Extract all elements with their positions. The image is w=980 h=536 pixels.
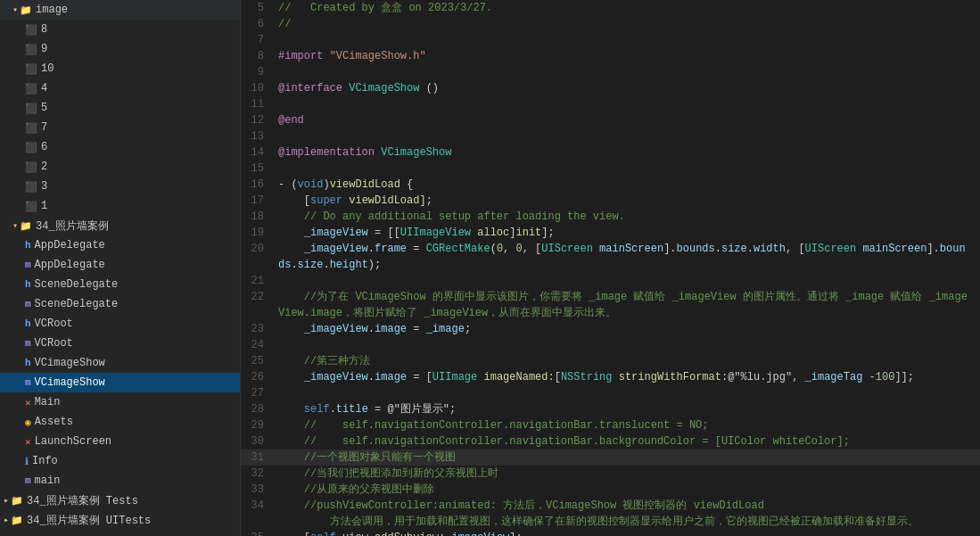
line-number: 35 bbox=[241, 530, 278, 536]
line-number: 26 bbox=[241, 369, 278, 385]
code-line: 22 //为了在 VCimageShow 的界面中显示该图片，你需要将 _ima… bbox=[241, 289, 980, 321]
line-number: 20 bbox=[241, 241, 278, 257]
code-line: 7 bbox=[241, 32, 980, 48]
line-number: 25 bbox=[241, 353, 278, 369]
line-number: 16 bbox=[241, 177, 278, 193]
sidebar-item-SceneDelegate-h[interactable]: hSceneDelegate bbox=[0, 275, 240, 294]
line-content: _imageView.frame = CGRectMake(0, 0, [UIS… bbox=[278, 241, 980, 273]
line-content: @interface VCimageShow () bbox=[278, 80, 980, 96]
sidebar-item-Info[interactable]: ℹInfo bbox=[0, 451, 240, 471]
sidebar-item-group-34[interactable]: ▾📁34_照片墙案例 bbox=[0, 216, 240, 235]
sidebar-item-label: 4 bbox=[41, 82, 47, 95]
sidebar-item-VCRoot-m[interactable]: mVCRoot bbox=[0, 334, 240, 353]
sidebar-item-img-7[interactable]: ⬛7 bbox=[0, 118, 240, 137]
line-number: 7 bbox=[241, 32, 278, 48]
sidebar-item-main-c[interactable]: mmain bbox=[0, 471, 240, 491]
line-content: //pushViewController:animated: 方法后，VCima… bbox=[278, 498, 980, 530]
sidebar-item-AppDelegate-h[interactable]: hAppDelegate bbox=[0, 235, 240, 255]
line-number: 28 bbox=[241, 401, 278, 417]
sidebar-item-label: VCimageShow bbox=[35, 357, 105, 369]
sidebar-item-img-1[interactable]: ⬛1 bbox=[0, 196, 240, 216]
line-number: 30 bbox=[241, 433, 278, 449]
sidebar-item-img-3[interactable]: ⬛3 bbox=[0, 177, 240, 196]
sidebar-item-img-5[interactable]: ⬛5 bbox=[0, 98, 240, 118]
line-number: 5 bbox=[241, 0, 278, 16]
line-content: @implementation VCimageShow bbox=[278, 144, 980, 161]
line-number: 6 bbox=[241, 16, 278, 32]
code-line: 28 self.title = @"图片显示"; bbox=[241, 401, 980, 417]
sidebar-item-label: 34_照片墙案例 Tests bbox=[27, 493, 138, 508]
line-content: _imageView.image = _image; bbox=[278, 321, 980, 337]
sidebar-item-label: AppDelegate bbox=[35, 239, 105, 252]
sidebar-item-label: image bbox=[36, 4, 68, 16]
sidebar-item-img-4[interactable]: ⬛4 bbox=[0, 78, 240, 98]
sidebar-item-img-2[interactable]: ⬛2 bbox=[0, 157, 240, 177]
line-content: //从原来的父亲视图中删除 bbox=[278, 482, 980, 498]
line-content: // self.navigationController.navigationB… bbox=[278, 417, 980, 433]
image-icon: ⬛ bbox=[25, 44, 37, 55]
line-number: 23 bbox=[241, 321, 278, 337]
code-line: 14@implementation VCimageShow bbox=[241, 144, 980, 161]
line-content: _imageView = [[UIImageView alloc]init]; bbox=[278, 225, 980, 241]
sidebar-item-VCRoot-h[interactable]: hVCRoot bbox=[0, 314, 240, 334]
sidebar-item-img-6[interactable]: ⬛6 bbox=[0, 137, 240, 157]
line-number: 14 bbox=[241, 144, 278, 161]
chevron-icon: ▾ bbox=[12, 4, 18, 15]
sidebar-item-AppDelegate-m[interactable]: mAppDelegate bbox=[0, 255, 240, 275]
code-line: 33 //从原来的父亲视图中删除 bbox=[241, 482, 980, 498]
sidebar-item-LaunchScreen[interactable]: ✕LaunchScreen bbox=[0, 432, 240, 451]
sidebar-item-img-10[interactable]: ⬛10 bbox=[0, 59, 240, 78]
sidebar-item-label: 7 bbox=[41, 121, 47, 134]
m-file-icon: m bbox=[25, 299, 31, 309]
sidebar-item-img-8[interactable]: ⬛8 bbox=[0, 20, 240, 39]
sidebar-item-Main[interactable]: ✕Main bbox=[0, 392, 240, 412]
line-content: // Do any additional setup after loading… bbox=[278, 209, 980, 225]
sidebar-item-label: VCimageShow bbox=[35, 376, 105, 389]
line-content: #import "VCimageShow.h" bbox=[278, 48, 980, 64]
h-file-icon: h bbox=[25, 240, 31, 251]
line-number: 21 bbox=[241, 273, 278, 289]
sidebar-item-label: 1 bbox=[41, 200, 47, 212]
sidebar-item-group-34-uitests[interactable]: ▸📁34_照片墙案例 UITests bbox=[0, 510, 240, 530]
chevron-icon: ▸ bbox=[4, 515, 9, 525]
folder-icon: 📁 bbox=[11, 515, 23, 526]
line-content: [self.view addSubview:_imageView]; bbox=[278, 530, 980, 536]
line-content: //当我们把视图添加到新的父亲视图上时 bbox=[278, 466, 980, 482]
code-line: 32 //当我们把视图添加到新的父亲视图上时 bbox=[241, 466, 980, 482]
m-file-icon: m bbox=[25, 338, 31, 349]
x-file-icon: ✕ bbox=[25, 397, 31, 408]
m-file-icon: m bbox=[25, 260, 31, 270]
line-content: - (void)viewDidLoad { bbox=[278, 177, 980, 193]
sidebar-item-label: Assets bbox=[35, 416, 73, 428]
line-number: 11 bbox=[241, 96, 278, 112]
code-line: 23 _imageView.image = _image; bbox=[241, 321, 980, 337]
sidebar-item-img-9[interactable]: ⬛9 bbox=[0, 39, 240, 59]
image-icon: ⬛ bbox=[25, 63, 37, 75]
sidebar-item-group-34-tests[interactable]: ▸📁34_照片墙案例 Tests bbox=[0, 491, 240, 510]
image-icon: ⬛ bbox=[25, 161, 37, 173]
sidebar-item-image-group[interactable]: ▾📁image bbox=[0, 0, 240, 20]
code-line: 29 // self.navigationController.navigati… bbox=[241, 417, 980, 433]
sidebar-item-VCimageShow-h[interactable]: hVCimageShow bbox=[0, 353, 240, 373]
h-file-icon: h bbox=[25, 279, 31, 290]
line-number: 9 bbox=[241, 64, 278, 80]
sidebar-item-label: VCRoot bbox=[35, 337, 73, 350]
code-line: 18 // Do any additional setup after load… bbox=[241, 209, 980, 225]
sidebar-item-VCimageShow-m[interactable]: mVCimageShow bbox=[0, 373, 240, 392]
file-tree[interactable]: ▾📁image⬛8⬛9⬛10⬛4⬛5⬛7⬛6⬛2⬛3⬛1▾📁34_照片墙案例hA… bbox=[0, 0, 241, 536]
line-number: 29 bbox=[241, 417, 278, 433]
line-number: 32 bbox=[241, 466, 278, 482]
line-number: 12 bbox=[241, 112, 278, 128]
line-number: 24 bbox=[241, 337, 278, 353]
code-line: 16- (void)viewDidLoad { bbox=[241, 177, 980, 193]
line-content: [super viewDidLoad]; bbox=[278, 193, 980, 209]
sidebar-item-label: SceneDelegate bbox=[35, 278, 119, 291]
code-editor[interactable]: 5// Created by 盒盒 on 2023/3/27.6//78#imp… bbox=[241, 0, 980, 536]
sidebar-item-SceneDelegate-m[interactable]: mSceneDelegate bbox=[0, 294, 240, 314]
line-number: 22 bbox=[241, 289, 278, 305]
code-line: 35 [self.view addSubview:_imageView]; bbox=[241, 530, 980, 536]
line-content: self.title = @"图片显示"; bbox=[278, 401, 980, 417]
sidebar-item-label: 5 bbox=[41, 102, 47, 114]
sidebar-item-Assets[interactable]: ◉Assets bbox=[0, 412, 240, 432]
code-line: 27 bbox=[241, 385, 980, 401]
